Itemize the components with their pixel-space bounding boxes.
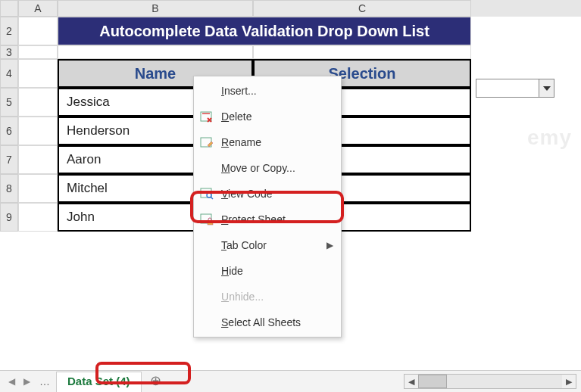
column-header-b[interactable]: B	[58, 0, 253, 17]
menu-unhide: Unhide...	[194, 284, 341, 310]
menu-select-all-sheets[interactable]: Select All Sheets	[194, 310, 341, 335]
menu-label: Rename	[221, 136, 261, 148]
cell-a6[interactable]	[18, 117, 58, 145]
move-icon	[197, 160, 217, 176]
chevron-right-icon: ▶	[326, 240, 333, 250]
sheet-context-menu: Insert... Delete Rename Move or Copy... …	[193, 76, 342, 338]
unhide-icon	[197, 288, 217, 305]
title-cell[interactable]: Autocomplete Data Validation Drop Down L…	[58, 17, 471, 45]
menu-label: Delete	[221, 110, 251, 123]
menu-tab-color[interactable]: Tab Color ▶	[194, 232, 341, 258]
menu-label: Insert...	[221, 85, 257, 97]
tab-nav-next[interactable]: ▶	[20, 376, 33, 387]
menu-hide[interactable]: Hide	[194, 258, 341, 284]
menu-delete[interactable]: Delete	[194, 104, 341, 129]
scroll-left-icon[interactable]: ◀	[405, 375, 418, 388]
cell-a5[interactable]	[18, 88, 58, 117]
menu-label: Tab Color	[221, 239, 267, 251]
tab-overflow[interactable]: …	[35, 375, 55, 387]
hide-icon	[197, 263, 217, 279]
cell-a2[interactable]	[18, 17, 58, 45]
menu-protect-sheet[interactable]: Protect Sheet...	[194, 207, 341, 232]
cell-b3[interactable]	[58, 45, 253, 59]
rename-icon	[197, 134, 217, 151]
add-sheet-button[interactable]: ⊕	[148, 373, 164, 390]
horizontal-scrollbar[interactable]: ◀ ▶	[404, 374, 576, 389]
protect-icon	[197, 211, 217, 228]
menu-label: Hide	[221, 265, 243, 277]
menu-view-code[interactable]: View Code	[194, 181, 341, 207]
tab-color-icon	[197, 237, 217, 254]
svg-line-7	[211, 197, 213, 199]
row-header-6[interactable]: 6	[0, 117, 18, 145]
row-header-7[interactable]: 7	[0, 145, 18, 174]
column-header-c[interactable]: C	[253, 0, 471, 17]
menu-rename[interactable]: Rename	[194, 129, 341, 155]
cell-a3[interactable]	[18, 45, 58, 59]
cell-c3[interactable]	[253, 45, 471, 59]
dropdown-arrow-icon[interactable]	[539, 79, 554, 97]
validation-combobox[interactable]	[476, 79, 554, 98]
scroll-thumb[interactable]	[418, 375, 447, 388]
menu-label: Move or Copy...	[221, 162, 295, 174]
menu-label: View Code	[221, 188, 272, 200]
menu-move-copy[interactable]: Move or Copy...	[194, 155, 341, 181]
row-header-5[interactable]: 5	[0, 88, 18, 117]
view-code-icon	[197, 185, 217, 202]
column-header-a[interactable]: A	[18, 0, 58, 17]
insert-icon	[197, 82, 217, 99]
svg-rect-9	[208, 221, 213, 225]
row-header-3[interactable]: 3	[0, 45, 18, 59]
scroll-right-icon[interactable]: ▶	[562, 375, 576, 388]
sheet-tab-active[interactable]: Data Set (4)	[56, 372, 142, 392]
menu-label: Unhide...	[221, 291, 264, 303]
menu-insert[interactable]: Insert...	[194, 78, 341, 104]
menu-label: Protect Sheet...	[221, 213, 295, 226]
delete-icon	[197, 108, 217, 125]
row-header-8[interactable]: 8	[0, 174, 18, 203]
cell-a9[interactable]	[18, 203, 58, 232]
row-header-4[interactable]: 4	[0, 59, 18, 88]
cell-a4[interactable]	[18, 59, 58, 88]
row-header-9[interactable]: 9	[0, 203, 18, 232]
sheet-tab-bar: ◀ ▶ … Data Set (4) ⊕ ◀ ▶	[0, 370, 581, 392]
menu-label: Select All Sheets	[221, 316, 301, 328]
corner-cell[interactable]	[0, 0, 18, 17]
tab-nav-prev[interactable]: ◀	[5, 376, 18, 387]
cell-a7[interactable]	[18, 145, 58, 174]
column-headers-row: A B C	[0, 0, 581, 17]
row-header-2[interactable]: 2	[0, 17, 18, 45]
cell-a8[interactable]	[18, 174, 58, 203]
select-all-icon	[197, 314, 217, 331]
scroll-track[interactable]	[418, 375, 562, 388]
